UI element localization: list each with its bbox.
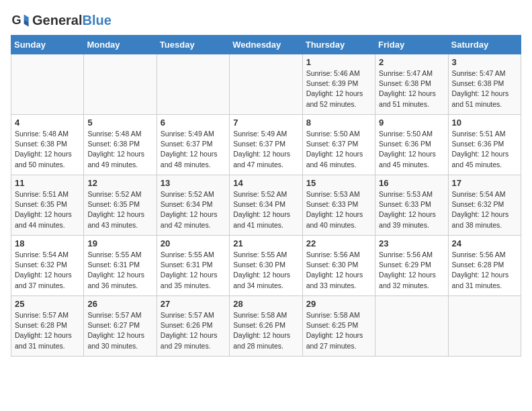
calendar-cell: 2Sunrise: 5:47 AM Sunset: 6:38 PM Daylig… [375, 54, 448, 115]
week-row-4: 18Sunrise: 5:54 AM Sunset: 6:32 PM Dayli… [11, 236, 521, 296]
day-info: Sunrise: 5:46 AM Sunset: 6:39 PM Dayligh… [306, 68, 371, 109]
day-number: 14 [233, 178, 298, 188]
day-info: Sunrise: 5:47 AM Sunset: 6:38 PM Dayligh… [452, 68, 517, 109]
day-info: Sunrise: 5:57 AM Sunset: 6:26 PM Dayligh… [161, 310, 226, 351]
day-number: 27 [161, 299, 226, 309]
day-number: 9 [379, 118, 444, 128]
day-number: 2 [379, 57, 444, 67]
calendar-cell: 21Sunrise: 5:55 AM Sunset: 6:30 PM Dayli… [230, 236, 302, 296]
day-number: 24 [452, 238, 517, 248]
calendar-cell: 27Sunrise: 5:57 AM Sunset: 6:26 PM Dayli… [157, 296, 229, 357]
day-info: Sunrise: 5:55 AM Sunset: 6:31 PM Dayligh… [87, 250, 152, 291]
day-number: 6 [161, 118, 226, 128]
calendar-cell [11, 54, 84, 115]
logo-blue: Blue [82, 13, 111, 28]
calendar-table: SundayMondayTuesdayWednesdayThursdayFrid… [11, 35, 521, 357]
logo-general: General [32, 13, 82, 28]
day-info: Sunrise: 5:56 AM Sunset: 6:30 PM Dayligh… [306, 250, 371, 291]
day-number: 19 [87, 238, 152, 248]
calendar-cell: 5Sunrise: 5:48 AM Sunset: 6:38 PM Daylig… [84, 115, 157, 175]
day-number: 28 [233, 299, 298, 309]
calendar-cell: 24Sunrise: 5:56 AM Sunset: 6:28 PM Dayli… [448, 236, 521, 296]
week-row-5: 25Sunrise: 5:57 AM Sunset: 6:28 PM Dayli… [11, 296, 521, 357]
header-tuesday: Tuesday [157, 36, 229, 54]
week-row-2: 4Sunrise: 5:48 AM Sunset: 6:38 PM Daylig… [11, 115, 521, 175]
header-thursday: Thursday [302, 36, 375, 54]
calendar-cell: 10Sunrise: 5:51 AM Sunset: 6:36 PM Dayli… [448, 115, 521, 175]
svg-text:G: G [11, 13, 21, 27]
header-saturday: Saturday [448, 36, 521, 54]
day-number: 21 [233, 238, 298, 248]
day-number: 16 [379, 178, 444, 188]
day-number: 8 [306, 118, 371, 128]
day-info: Sunrise: 5:54 AM Sunset: 6:32 PM Dayligh… [452, 189, 517, 230]
day-number: 10 [452, 118, 517, 128]
header-wednesday: Wednesday [230, 36, 302, 54]
day-info: Sunrise: 5:48 AM Sunset: 6:38 PM Dayligh… [87, 129, 152, 170]
day-info: Sunrise: 5:52 AM Sunset: 6:35 PM Dayligh… [87, 189, 152, 230]
day-info: Sunrise: 5:52 AM Sunset: 6:34 PM Dayligh… [233, 189, 298, 230]
calendar-cell: 26Sunrise: 5:57 AM Sunset: 6:27 PM Dayli… [84, 296, 157, 357]
day-info: Sunrise: 5:51 AM Sunset: 6:35 PM Dayligh… [15, 189, 80, 230]
day-number: 25 [15, 299, 80, 309]
calendar-cell [157, 54, 229, 115]
calendar-cell: 15Sunrise: 5:53 AM Sunset: 6:33 PM Dayli… [302, 175, 375, 236]
day-info: Sunrise: 5:56 AM Sunset: 6:29 PM Dayligh… [379, 250, 444, 291]
header-monday: Monday [84, 36, 157, 54]
calendar-body: 1Sunrise: 5:46 AM Sunset: 6:39 PM Daylig… [11, 54, 521, 357]
calendar-cell: 25Sunrise: 5:57 AM Sunset: 6:28 PM Dayli… [11, 296, 84, 357]
day-number: 15 [306, 178, 371, 188]
day-info: Sunrise: 5:56 AM Sunset: 6:28 PM Dayligh… [452, 250, 517, 291]
calendar-cell: 11Sunrise: 5:51 AM Sunset: 6:35 PM Dayli… [11, 175, 84, 236]
calendar-cell: 4Sunrise: 5:48 AM Sunset: 6:38 PM Daylig… [11, 115, 84, 175]
calendar-cell: 16Sunrise: 5:53 AM Sunset: 6:33 PM Dayli… [375, 175, 448, 236]
day-info: Sunrise: 5:57 AM Sunset: 6:27 PM Dayligh… [87, 310, 152, 351]
day-info: Sunrise: 5:51 AM Sunset: 6:36 PM Dayligh… [452, 129, 517, 170]
day-number: 3 [452, 57, 517, 67]
day-number: 12 [87, 178, 152, 188]
calendar-cell: 7Sunrise: 5:49 AM Sunset: 6:37 PM Daylig… [230, 115, 302, 175]
day-number: 4 [15, 118, 80, 128]
calendar-cell: 9Sunrise: 5:50 AM Sunset: 6:36 PM Daylig… [375, 115, 448, 175]
header: G GeneralBlue [11, 11, 521, 30]
day-number: 20 [161, 238, 226, 248]
calendar-cell [84, 54, 157, 115]
day-number: 13 [161, 178, 226, 188]
day-info: Sunrise: 5:57 AM Sunset: 6:28 PM Dayligh… [15, 310, 80, 351]
day-info: Sunrise: 5:58 AM Sunset: 6:25 PM Dayligh… [306, 310, 371, 351]
calendar-cell [375, 296, 448, 357]
calendar-cell: 22Sunrise: 5:56 AM Sunset: 6:30 PM Dayli… [302, 236, 375, 296]
header-sunday: Sunday [11, 36, 84, 54]
day-info: Sunrise: 5:53 AM Sunset: 6:33 PM Dayligh… [379, 189, 444, 230]
calendar-cell: 13Sunrise: 5:52 AM Sunset: 6:34 PM Dayli… [157, 175, 229, 236]
day-info: Sunrise: 5:50 AM Sunset: 6:37 PM Dayligh… [306, 129, 371, 170]
week-row-3: 11Sunrise: 5:51 AM Sunset: 6:35 PM Dayli… [11, 175, 521, 236]
calendar-header: SundayMondayTuesdayWednesdayThursdayFrid… [11, 36, 521, 54]
day-number: 26 [87, 299, 152, 309]
day-info: Sunrise: 5:58 AM Sunset: 6:26 PM Dayligh… [233, 310, 298, 351]
day-number: 1 [306, 57, 371, 67]
calendar-cell: 3Sunrise: 5:47 AM Sunset: 6:38 PM Daylig… [448, 54, 521, 115]
calendar-cell: 18Sunrise: 5:54 AM Sunset: 6:32 PM Dayli… [11, 236, 84, 296]
calendar-cell: 8Sunrise: 5:50 AM Sunset: 6:37 PM Daylig… [302, 115, 375, 175]
week-row-1: 1Sunrise: 5:46 AM Sunset: 6:39 PM Daylig… [11, 54, 521, 115]
calendar-cell: 6Sunrise: 5:49 AM Sunset: 6:37 PM Daylig… [157, 115, 229, 175]
day-info: Sunrise: 5:55 AM Sunset: 6:30 PM Dayligh… [233, 250, 298, 291]
day-number: 7 [233, 118, 298, 128]
day-info: Sunrise: 5:47 AM Sunset: 6:38 PM Dayligh… [379, 68, 444, 109]
header-friday: Friday [375, 36, 448, 54]
day-info: Sunrise: 5:52 AM Sunset: 6:34 PM Dayligh… [161, 189, 226, 230]
day-info: Sunrise: 5:48 AM Sunset: 6:38 PM Dayligh… [15, 129, 80, 170]
day-number: 17 [452, 178, 517, 188]
day-number: 18 [15, 238, 80, 248]
day-info: Sunrise: 5:49 AM Sunset: 6:37 PM Dayligh… [161, 129, 226, 170]
calendar-cell: 28Sunrise: 5:58 AM Sunset: 6:26 PM Dayli… [230, 296, 302, 357]
day-info: Sunrise: 5:49 AM Sunset: 6:37 PM Dayligh… [233, 129, 298, 170]
calendar-cell: 17Sunrise: 5:54 AM Sunset: 6:32 PM Dayli… [448, 175, 521, 236]
day-info: Sunrise: 5:54 AM Sunset: 6:32 PM Dayligh… [15, 250, 80, 291]
day-info: Sunrise: 5:53 AM Sunset: 6:33 PM Dayligh… [306, 189, 371, 230]
calendar-cell: 1Sunrise: 5:46 AM Sunset: 6:39 PM Daylig… [302, 54, 375, 115]
day-number: 23 [379, 238, 444, 248]
day-number: 5 [87, 118, 152, 128]
logo-icon: G [11, 11, 30, 30]
